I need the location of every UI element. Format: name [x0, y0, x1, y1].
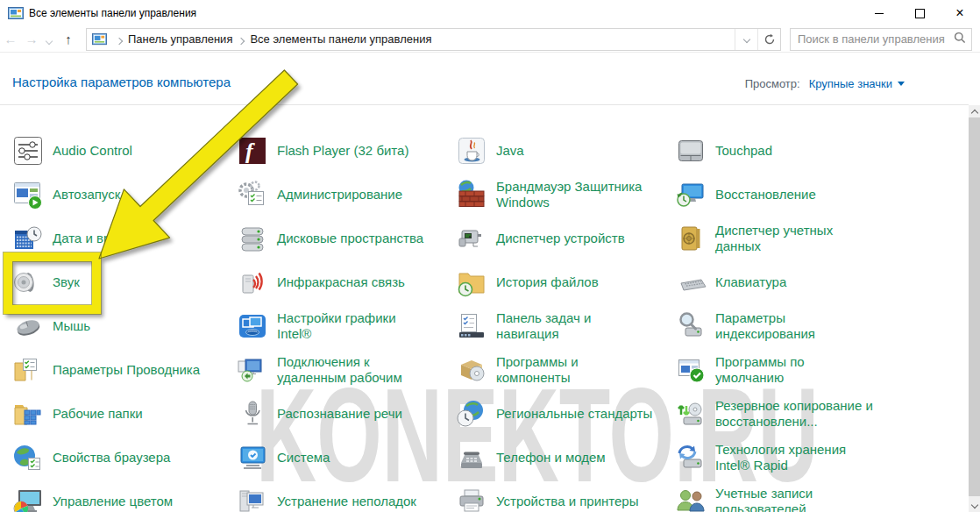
system-monitor-icon [235, 440, 270, 475]
view-by-dropdown[interactable]: Крупные значки [809, 77, 905, 90]
item-keyboard[interactable]: Клавиатура [673, 260, 964, 304]
region-clock-icon [454, 396, 489, 431]
item-label[interactable]: Свойства браузера [53, 450, 170, 466]
up-button[interactable]: ↑ [58, 32, 79, 46]
item-taskbar-navigation[interactable]: Панель задач и навигация [454, 304, 673, 348]
item-default-programs[interactable]: Программы по умолчанию [673, 348, 964, 392]
item-label[interactable]: Подключения к удаленным рабочим [277, 354, 402, 386]
item-intel-rst[interactable]: Технология хранения Intel® Rapid [673, 436, 964, 480]
troubleshooting-icon [235, 484, 270, 512]
item-storage-spaces[interactable]: Дисковые пространства [235, 217, 454, 260]
item-label[interactable]: Настройки графики Intel® [277, 310, 396, 342]
item-label[interactable]: Автозапуск [53, 187, 120, 203]
item-devices-printers[interactable]: Устройства и принтеры [454, 480, 673, 512]
item-label[interactable]: Flash Player (32 бита) [277, 143, 408, 159]
item-label[interactable]: Телефон и модем [496, 450, 606, 466]
item-label[interactable]: Диспетчер устройств [496, 231, 625, 246]
item-label[interactable]: История файлов [496, 274, 599, 290]
item-remote-desktop[interactable]: Подключения к удаленным рабочим [235, 348, 454, 392]
item-label[interactable]: Резервное копирование и восстановлени... [715, 398, 873, 430]
item-date-time[interactable]: Дата и время [11, 217, 235, 260]
item-phone-modem[interactable]: Телефон и модем [454, 436, 673, 480]
item-label[interactable]: Управление цветом [53, 494, 173, 509]
breadcrumb-all-items[interactable]: Все элементы панели управления [250, 32, 431, 46]
item-intel-graphics[interactable]: Настройки графики Intel® [235, 304, 454, 348]
item-explorer-options[interactable]: Параметры Проводника [11, 348, 235, 392]
item-autorun[interactable]: Автозапуск [11, 173, 235, 217]
item-system[interactable]: Система [235, 436, 454, 480]
item-label[interactable]: Система [277, 450, 330, 466]
address-bar[interactable]: Панель управления Все элементы панели уп… [86, 28, 781, 51]
item-label[interactable]: Программы и компоненты [496, 354, 579, 386]
item-credential-manager[interactable]: Диспетчер учетных данных [673, 217, 964, 260]
item-label[interactable]: Распознавание речи [277, 406, 402, 422]
history-dropdown-icon[interactable] [42, 32, 56, 46]
vertical-scrollbar[interactable] [969, 105, 980, 512]
item-label[interactable]: Мышь [53, 318, 90, 334]
item-label[interactable]: Панель задач и навигация [496, 310, 591, 342]
item-label[interactable]: Java [496, 143, 524, 159]
item-sound[interactable]: Звук [11, 260, 235, 304]
scrollbar-thumb[interactable] [969, 117, 980, 496]
item-mouse[interactable]: Мышь [11, 304, 235, 348]
item-programs-features[interactable]: Программы и компоненты [454, 348, 673, 392]
item-label[interactable]: Программы по умолчанию [715, 354, 805, 386]
item-color-management[interactable]: Управление цветом [11, 480, 235, 512]
item-audio-control[interactable]: Audio Control [11, 129, 235, 173]
users-icon [673, 484, 708, 512]
item-work-folders[interactable]: Рабочие папки [11, 392, 235, 436]
item-flash-player[interactable]: fFlash Player (32 бита) [235, 129, 454, 173]
back-button[interactable]: ← [0, 32, 21, 46]
item-label[interactable]: Брандмауэр Защитника Windows [496, 179, 642, 210]
item-internet-options[interactable]: Свойства браузера [11, 436, 235, 480]
item-administrative-tools[interactable]: Администрирование [235, 173, 454, 217]
date-time-icon [11, 221, 46, 256]
item-label[interactable]: Параметры Проводника [53, 362, 200, 378]
item-label[interactable]: Администрирование [277, 187, 402, 203]
item-label[interactable]: Диспетчер учетных данных [715, 223, 833, 254]
item-label[interactable]: Звук [53, 274, 80, 290]
item-indexing-options[interactable]: Параметры индексирования [673, 304, 964, 348]
item-label[interactable]: Региональные стандарты [496, 406, 652, 422]
item-defender-firewall[interactable]: Брандмауэр Защитника Windows [454, 173, 673, 217]
item-recovery[interactable]: Восстановление [673, 173, 964, 217]
item-label[interactable]: Клавиатура [715, 274, 786, 290]
item-label[interactable]: Устранение неполадок [277, 494, 416, 509]
item-touchpad[interactable]: Touchpad [673, 129, 964, 173]
item-label[interactable]: Восстановление [715, 187, 816, 203]
forward-button[interactable]: → [21, 32, 42, 46]
item-java[interactable]: Java [454, 129, 673, 173]
breadcrumb-control-panel[interactable]: Панель управления [128, 32, 232, 46]
item-label[interactable]: Устройства и принтеры [496, 494, 638, 509]
minimize-button[interactable] [859, 0, 899, 26]
item-label[interactable]: Рабочие папки [53, 406, 143, 422]
item-label[interactable]: Учетные записи пользователей [715, 486, 813, 512]
search-icon[interactable] [954, 32, 966, 47]
item-label[interactable]: Дисковые пространства [277, 231, 423, 246]
refresh-button[interactable] [757, 29, 780, 50]
scroll-down-button[interactable] [969, 500, 980, 512]
item-label[interactable]: Audio Control [53, 143, 132, 159]
address-dropdown-button[interactable] [735, 29, 757, 50]
item-label[interactable]: Инфракрасная связь [277, 274, 405, 290]
item-troubleshooting[interactable]: Устранение неполадок [235, 480, 454, 512]
minimize-icon [875, 13, 884, 14]
maximize-button[interactable] [899, 0, 940, 26]
item-speech-recognition[interactable]: Распознавание речи [235, 392, 454, 436]
item-device-manager[interactable]: Диспетчер устройств [454, 217, 673, 260]
item-label[interactable]: Touchpad [715, 143, 772, 159]
item-label[interactable]: Дата и время [53, 231, 134, 246]
item-label[interactable]: Технология хранения Intel® Rapid [715, 442, 846, 473]
item-infrared[interactable]: Инфракрасная связь [235, 260, 454, 304]
view-by-label: Просмотр: [745, 77, 800, 90]
item-file-history[interactable]: История файлов [454, 260, 673, 304]
item-label[interactable]: Параметры индексирования [715, 310, 815, 342]
scroll-up-button[interactable] [969, 105, 980, 117]
search-input[interactable] [791, 32, 954, 46]
item-region[interactable]: Региональные стандарты [454, 392, 673, 436]
maximize-icon [915, 9, 925, 18]
remote-desktop-icon [235, 352, 270, 388]
item-backup-restore[interactable]: Резервное копирование и восстановлени... [673, 392, 964, 436]
close-button[interactable]: × [940, 0, 980, 26]
item-user-accounts[interactable]: Учетные записи пользователей [673, 480, 964, 512]
